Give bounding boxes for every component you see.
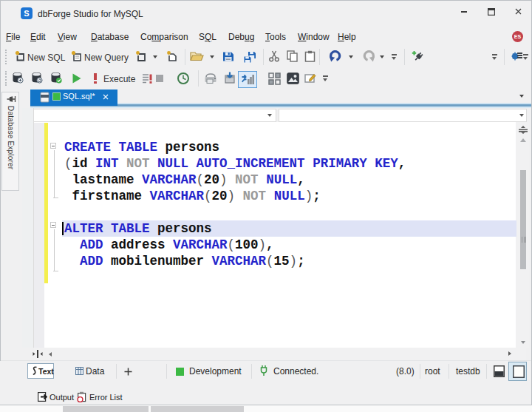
svg-text:S: S: [24, 9, 29, 18]
